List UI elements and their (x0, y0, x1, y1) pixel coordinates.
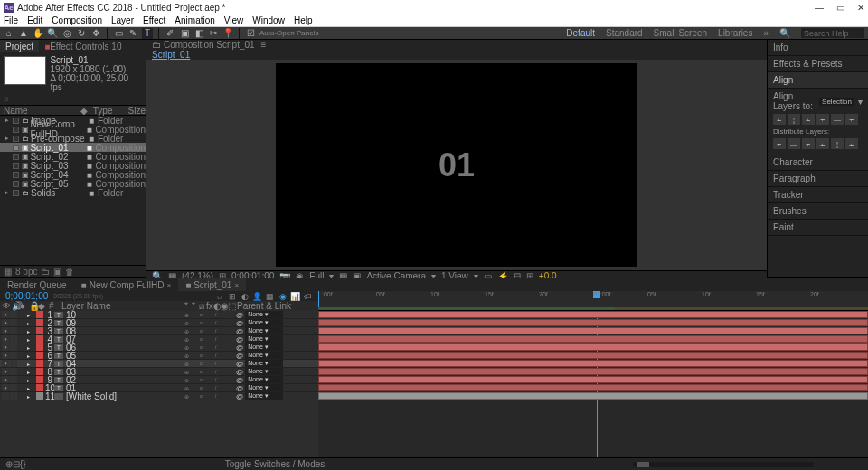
time-ruler[interactable]: :00f05f10f15f20f01:00f05f10f15f20f (318, 291, 868, 310)
frame-blend-icon[interactable]: ▦ (265, 291, 275, 301)
workspace-small[interactable]: Small Screen (654, 28, 707, 38)
workspace-default[interactable]: Default (566, 28, 595, 38)
menu-edit[interactable]: Edit (27, 15, 42, 25)
dist-left-icon[interactable]: ⫠ (816, 138, 829, 149)
brush-tool-icon[interactable]: ✐ (165, 28, 175, 39)
zoom-tool-icon[interactable]: 🔍 (47, 28, 58, 39)
shy-switch-icon[interactable]: * (184, 301, 191, 312)
align-vcenter-icon[interactable]: — (831, 114, 844, 125)
project-item[interactable]: ▣New Comp FullHD■Composition (0, 125, 146, 134)
minimize-button[interactable]: — (815, 3, 824, 13)
workspace-standard[interactable]: Standard (606, 28, 643, 38)
layer-bar[interactable] (318, 352, 868, 359)
toggle-switches-button[interactable]: Toggle Switches / Modes (225, 459, 326, 469)
menu-file[interactable]: File (4, 15, 18, 25)
composition-panel-tab[interactable]: 🗀 Composition Script_01 ≡ (146, 40, 271, 50)
marker-icon[interactable]: 🏷 (303, 291, 313, 301)
bpc-button[interactable]: 8 bpc (15, 267, 37, 277)
transfer-icon[interactable]: ⊟ (13, 459, 20, 469)
project-item[interactable]: ▣Script_03■Composition (0, 161, 146, 170)
menu-animation[interactable]: Animation (175, 15, 214, 25)
comp-mini-flowchart-icon[interactable]: ⊞ (227, 291, 237, 301)
new-folder-icon[interactable]: 🗀 (41, 267, 50, 277)
project-tab[interactable]: Project (0, 40, 39, 52)
search-layers-icon[interactable]: ⌕ (214, 291, 224, 301)
workspace-libraries[interactable]: Libraries (718, 28, 752, 38)
project-item[interactable]: ▸🗀Solids■Folder (0, 188, 146, 197)
menu-help[interactable]: Help (294, 15, 313, 25)
maximize-button[interactable]: ▭ (836, 3, 844, 13)
new-comp-icon[interactable]: ▣ (53, 267, 61, 277)
close-button[interactable]: ✕ (857, 3, 864, 13)
solo-col-icon[interactable]: ● (20, 301, 29, 311)
dist-vcenter-icon[interactable]: — (788, 138, 800, 149)
dist-right-icon[interactable]: ⫠ (845, 138, 858, 149)
tag-column-icon[interactable]: ◆ (80, 106, 93, 116)
clone-tool-icon[interactable]: ▣ (179, 28, 190, 39)
timeline-tab-script01[interactable]: ■ Script_01 × (178, 278, 246, 291)
tracker-panel-header[interactable]: Tracker (768, 187, 868, 203)
puppet-tool-icon[interactable]: 📍 (222, 28, 233, 39)
layer-bar[interactable] (318, 335, 868, 343)
align-left-icon[interactable]: ⫠ (773, 114, 786, 125)
paint-panel-header[interactable]: Paint (768, 220, 868, 236)
align-bottom-icon[interactable]: ⫟ (845, 114, 858, 125)
snap-checkbox[interactable]: ☑ (245, 28, 256, 39)
selection-tool-icon[interactable]: ▲ (18, 28, 29, 39)
lock-col-icon[interactable]: 🔒 (29, 301, 38, 311)
align-to-dropdown[interactable]: Selection (819, 98, 854, 106)
work-area[interactable] (318, 307, 868, 310)
timeline-tab-newcomp[interactable]: ■ New Comp FullHD × (74, 278, 179, 291)
align-panel-header[interactable]: Align (768, 72, 868, 89)
orbit-tool-icon[interactable]: ◎ (61, 28, 72, 39)
layer-bar[interactable] (318, 311, 868, 318)
anchor-tool-icon[interactable]: ✥ (90, 28, 101, 39)
current-timecode[interactable]: 0;00;01;00 (5, 291, 48, 301)
comp-breadcrumb[interactable]: Script_01 (146, 50, 767, 60)
paragraph-panel-header[interactable]: Paragraph (768, 171, 868, 187)
home-icon[interactable]: ⌂ (4, 28, 14, 39)
character-panel-header[interactable]: Character (768, 155, 868, 171)
effect-controls-tab[interactable]: ■ Effect Controls 10 (39, 40, 127, 52)
search-icon[interactable]: 🔍 (779, 28, 790, 38)
hand-tool-icon[interactable]: ✋ (33, 28, 43, 39)
eraser-tool-icon[interactable]: ◧ (193, 28, 204, 39)
align-top-icon[interactable]: ⫟ (816, 114, 829, 125)
layer-bars-area[interactable] (318, 311, 868, 457)
draft3d-icon[interactable]: ◐ (240, 291, 250, 301)
project-item[interactable]: ▣Script_02■Composition (0, 152, 146, 161)
align-hcenter-icon[interactable]: ¦ (788, 114, 800, 125)
project-search-icon[interactable]: ⌕ (4, 93, 9, 103)
workspace-overflow-icon[interactable]: » (763, 28, 769, 38)
expand-icon[interactable]: ⊕ (5, 459, 13, 469)
pen-tool-icon[interactable]: ✎ (127, 28, 138, 39)
motion-blur-icon[interactable]: ◉ (278, 291, 288, 301)
timeline-layer-row[interactable]: ▸11[White Solid]⊕⧄/@None ▾ (0, 392, 318, 400)
in-out-icon[interactable]: {} (20, 459, 26, 469)
layer-bar[interactable] (318, 360, 868, 367)
menu-effect[interactable]: Effect (143, 15, 165, 25)
composition-viewer[interactable]: 01 (146, 60, 767, 270)
roto-tool-icon[interactable]: ✂ (208, 28, 219, 39)
interpret-icon[interactable]: ▦ (4, 267, 12, 277)
effects-presets-header[interactable]: Effects & Presets (768, 56, 868, 72)
info-panel-header[interactable]: Info (768, 40, 868, 56)
label-col-icon[interactable]: ◆ (38, 301, 49, 311)
layer-bar[interactable] (318, 368, 868, 375)
rotate-tool-icon[interactable]: ↻ (76, 28, 87, 39)
layer-bar[interactable] (318, 327, 868, 334)
layer-bar[interactable] (318, 319, 868, 326)
dist-top-icon[interactable]: ⫟ (773, 138, 786, 149)
dist-hcenter-icon[interactable]: ¦ (831, 138, 844, 149)
type-tool-icon[interactable]: T (142, 28, 153, 39)
dist-bottom-icon[interactable]: ⫟ (802, 138, 815, 149)
layer-bar[interactable] (318, 384, 868, 391)
graph-editor-icon[interactable]: 📊 (290, 291, 300, 301)
align-right-icon[interactable]: ⫠ (802, 114, 815, 125)
layer-bar[interactable] (318, 392, 868, 400)
menu-view[interactable]: View (224, 15, 244, 25)
layer-bar[interactable] (318, 376, 868, 383)
project-item[interactable]: ▣Script_05■Composition (0, 179, 146, 188)
menu-layer[interactable]: Layer (111, 15, 134, 25)
project-item[interactable]: ▣Script_04■Composition (0, 170, 146, 179)
